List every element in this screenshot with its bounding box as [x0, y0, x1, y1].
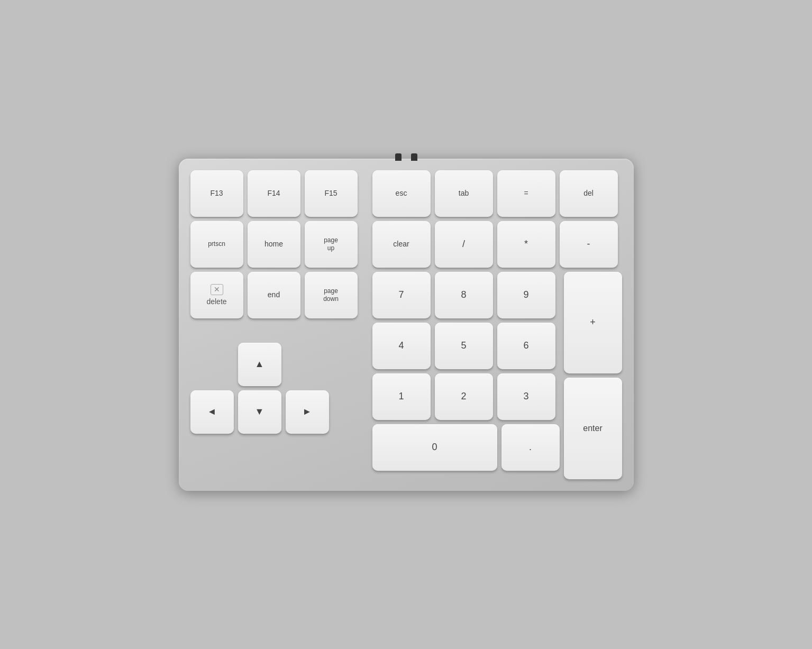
nav-key-row-2: ✕ delete end page down: [190, 272, 358, 318]
arrow-key-group: ▲ ◄ ▼ ►: [190, 343, 358, 434]
key-clear[interactable]: clear: [372, 221, 431, 268]
connector-port-right: [411, 153, 417, 161]
key-multiply[interactable]: *: [497, 221, 555, 268]
numpad-row-2: clear / * -: [372, 221, 622, 268]
spacer: [190, 323, 358, 339]
numpad-main-keys: 7 8 9 4 5 6 1 2 3 0: [372, 272, 560, 479]
function-key-row: F13 F14 F15: [190, 170, 358, 217]
key-esc[interactable]: esc: [372, 170, 431, 217]
key-7[interactable]: 7: [372, 272, 431, 318]
numpad-row-5: 1 2 3: [372, 373, 560, 420]
key-minus[interactable]: -: [560, 221, 618, 268]
key-3[interactable]: 3: [497, 373, 555, 420]
key-f15[interactable]: F15: [305, 170, 358, 217]
numpad-row-1: esc tab = del: [372, 170, 622, 217]
key-arrow-right[interactable]: ►: [286, 390, 329, 434]
key-0[interactable]: 0: [372, 424, 497, 471]
key-enter[interactable]: enter: [564, 378, 622, 479]
key-plus[interactable]: +: [564, 272, 622, 373]
left-section: F13 F14 F15 prtscn home page up ✕ delete…: [190, 170, 358, 479]
key-f14[interactable]: F14: [248, 170, 300, 217]
key-6[interactable]: 6: [497, 323, 555, 369]
key-5[interactable]: 5: [435, 323, 493, 369]
numpad-right-column: + enter: [564, 272, 622, 479]
key-9[interactable]: 9: [497, 272, 555, 318]
key-delete[interactable]: ✕ delete: [190, 272, 243, 318]
key-f13[interactable]: F13: [190, 170, 243, 217]
delete-icon-symbol: ✕: [211, 284, 223, 295]
key-tab[interactable]: tab: [435, 170, 493, 217]
key-prtscn[interactable]: prtscn: [190, 221, 243, 268]
key-2[interactable]: 2: [435, 373, 493, 420]
numpad-main-grid: 7 8 9 4 5 6 1 2 3 0: [372, 272, 622, 479]
key-home[interactable]: home: [248, 221, 300, 268]
key-equals[interactable]: =: [497, 170, 555, 217]
key-1[interactable]: 1: [372, 373, 431, 420]
keyboard: F13 F14 F15 prtscn home page up ✕ delete…: [179, 159, 634, 491]
key-pageup[interactable]: page up: [305, 221, 358, 268]
key-del[interactable]: del: [560, 170, 618, 217]
numpad-row-4: 4 5 6: [372, 323, 560, 369]
right-section: esc tab = del clear / * - 7 8 9: [372, 170, 622, 479]
delete-icon-group: ✕ delete: [206, 284, 226, 306]
key-4[interactable]: 4: [372, 323, 431, 369]
key-arrow-down[interactable]: ▼: [238, 390, 281, 434]
nav-key-row-1: prtscn home page up: [190, 221, 358, 268]
key-dot[interactable]: .: [501, 424, 560, 471]
key-arrow-up[interactable]: ▲: [238, 343, 281, 386]
key-arrow-left[interactable]: ◄: [190, 390, 234, 434]
key-pagedown[interactable]: page down: [305, 272, 358, 318]
connectors: [395, 153, 417, 161]
connector-port-left: [395, 153, 402, 161]
numpad-row-6: 0 .: [372, 424, 560, 471]
delete-label: delete: [206, 297, 226, 306]
key-8[interactable]: 8: [435, 272, 493, 318]
key-end[interactable]: end: [248, 272, 300, 318]
numpad-row-3: 7 8 9: [372, 272, 560, 318]
key-divide[interactable]: /: [435, 221, 493, 268]
